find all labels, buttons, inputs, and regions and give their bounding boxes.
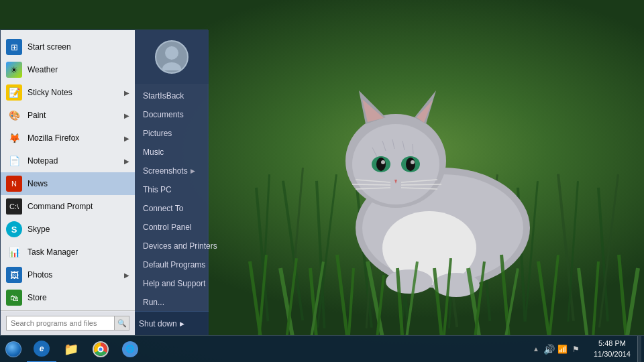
clock-date: 11/30/2014 bbox=[594, 349, 631, 359]
skype-icon: S bbox=[6, 221, 22, 237]
news-icon: N bbox=[6, 176, 22, 192]
search-button[interactable]: 🔍 bbox=[115, 316, 129, 330]
right-menu-startisback[interactable]: StartIsBack bbox=[135, 86, 209, 105]
firefox-icon: 🦊 bbox=[6, 130, 22, 146]
search-input[interactable] bbox=[6, 316, 115, 330]
start-menu-right-panel: StartIsBack Documents Pictures Music Scr… bbox=[135, 30, 209, 312]
start-screen-icon: ⊞ bbox=[6, 39, 22, 55]
svg-line-38 bbox=[352, 184, 390, 185]
help-label: Help and Support bbox=[143, 279, 205, 288]
music-label: Music bbox=[143, 147, 164, 157]
shutdown-arrow: ▶ bbox=[180, 320, 184, 327]
taskbar-app-chrome[interactable] bbox=[86, 336, 115, 363]
right-menu-connect[interactable]: Connect To bbox=[135, 199, 209, 218]
tray-flag-icon[interactable]: ⚑ bbox=[571, 344, 582, 355]
menu-item-firefox[interactable]: 🦊 Mozilla Firefox ▶ bbox=[1, 127, 135, 149]
weather-icon: ☀ bbox=[6, 62, 22, 78]
menu-item-news[interactable]: N News bbox=[1, 172, 135, 195]
svg-point-48 bbox=[386, 269, 433, 294]
photos-arrow: ▶ bbox=[124, 272, 129, 279]
task-manager-icon: 📊 bbox=[6, 244, 22, 260]
notepad-label: Notepad bbox=[28, 156, 121, 166]
shutdown-label: Shut down bbox=[139, 319, 177, 328]
start-menu-search-bar: 🔍 bbox=[1, 310, 135, 335]
clock[interactable]: 5:48 PM 11/30/2014 bbox=[587, 336, 637, 362]
firefox-arrow: ▶ bbox=[124, 135, 129, 142]
startisback-label: StartIsBack bbox=[143, 91, 184, 101]
ie-icon: e bbox=[34, 341, 50, 357]
chrome-icon bbox=[93, 341, 109, 357]
notepad-arrow: ▶ bbox=[124, 158, 129, 165]
right-menu-help[interactable]: Help and Support bbox=[135, 274, 209, 293]
cmd-icon: C:\ bbox=[6, 198, 22, 215]
taskbar-app-ie[interactable]: e bbox=[27, 336, 56, 363]
svg-point-35 bbox=[411, 160, 415, 164]
menu-item-weather[interactable]: ☀ Weather bbox=[1, 58, 135, 81]
documents-label: Documents bbox=[143, 110, 184, 119]
paint-arrow: ▶ bbox=[124, 112, 129, 119]
paint-icon: 🎨 bbox=[6, 107, 22, 123]
right-menu-control-panel[interactable]: Control Panel bbox=[135, 218, 209, 237]
menu-item-task-manager[interactable]: 📊 Task Manager bbox=[1, 241, 135, 263]
cmd-label: Command Prompt bbox=[28, 202, 129, 211]
explorer-icon: 📁 bbox=[63, 341, 79, 357]
right-menu-documents[interactable]: Documents bbox=[135, 105, 209, 124]
right-menu-thispc[interactable]: This PC bbox=[135, 180, 209, 199]
taskbar: e 📁 🌐 ▲ 🔊 📶 ⚑ bbox=[0, 335, 644, 362]
right-menu-default-programs[interactable]: Default Programs bbox=[135, 255, 209, 274]
user-avatar bbox=[155, 40, 189, 74]
clock-time: 5:48 PM bbox=[598, 339, 626, 349]
store-label: Store bbox=[28, 293, 129, 302]
right-menu-pictures[interactable]: Pictures bbox=[135, 124, 209, 143]
start-menu: ⊞ Start screen ☀ Weather 📝 Sticky Notes … bbox=[0, 29, 208, 335]
weather-label: Weather bbox=[28, 65, 129, 74]
menu-item-sticky-notes[interactable]: 📝 Sticky Notes ▶ bbox=[1, 81, 135, 104]
screenshots-label: Screenshots bbox=[143, 166, 188, 176]
news-label: News bbox=[28, 179, 129, 188]
right-menu-music[interactable]: Music bbox=[135, 143, 209, 162]
user-area[interactable] bbox=[135, 30, 209, 84]
right-menu-screenshots[interactable]: Screenshots ▶ bbox=[135, 162, 209, 180]
taskbar-apps: e 📁 🌐 bbox=[27, 336, 145, 362]
menu-item-store[interactable]: 🛍 Store bbox=[1, 286, 135, 309]
notepad-icon: 📄 bbox=[6, 153, 22, 169]
user-avatar-icon bbox=[158, 44, 185, 70]
firefox-label: Mozilla Firefox bbox=[28, 133, 121, 143]
sticky-notes-label: Sticky Notes bbox=[28, 88, 121, 97]
svg-point-74 bbox=[165, 46, 178, 60]
tray-icons: ▲ 🔊 📶 ⚑ bbox=[525, 336, 587, 362]
svg-point-33 bbox=[406, 158, 415, 171]
svg-point-25 bbox=[352, 124, 439, 204]
run-label: Run... bbox=[143, 298, 164, 307]
photos-icon: 🖼 bbox=[6, 267, 22, 283]
menu-item-paint[interactable]: 🎨 Paint ▶ bbox=[1, 104, 135, 127]
svg-point-32 bbox=[376, 158, 386, 171]
start-orb bbox=[5, 341, 21, 357]
menu-item-start-screen[interactable]: ⊞ Start screen bbox=[1, 36, 135, 58]
store-icon: 🛍 bbox=[6, 290, 22, 306]
tray-network-icon[interactable]: 📶 bbox=[557, 344, 568, 355]
menu-item-notepad[interactable]: 📄 Notepad ▶ bbox=[1, 149, 135, 172]
task-manager-label: Task Manager bbox=[28, 247, 129, 257]
tray-expand-icon[interactable]: ▲ bbox=[531, 344, 541, 355]
devices-label: Devices and Printers bbox=[143, 241, 217, 251]
start-menu-bottom: Shut down ▶ bbox=[135, 311, 209, 335]
start-screen-label: Start screen bbox=[28, 42, 129, 52]
svg-point-75 bbox=[162, 62, 181, 70]
tray-volume-icon[interactable]: 🔊 bbox=[544, 344, 555, 355]
right-menu-devices[interactable]: Devices and Printers bbox=[135, 237, 209, 255]
svg-point-34 bbox=[381, 160, 385, 164]
desktop: ⊞ Start screen ☀ Weather 📝 Sticky Notes … bbox=[0, 0, 644, 362]
taskbar-right: ▲ 🔊 📶 ⚑ 5:48 PM 11/30/2014 bbox=[525, 336, 644, 362]
shutdown-button[interactable]: Shut down ▶ bbox=[135, 316, 189, 331]
menu-item-photos[interactable]: 🖼 Photos ▶ bbox=[1, 263, 135, 286]
right-menu-run[interactable]: Run... bbox=[135, 293, 209, 312]
menu-item-cmd[interactable]: C:\ Command Prompt bbox=[1, 195, 135, 218]
menu-item-skype[interactable]: S Skype bbox=[1, 218, 135, 241]
taskbar-app-explorer[interactable]: 📁 bbox=[56, 336, 86, 363]
connect-label: Connect To bbox=[143, 204, 184, 213]
taskbar-app-network[interactable]: 🌐 bbox=[115, 336, 145, 363]
show-desktop-button[interactable] bbox=[637, 336, 641, 363]
start-button[interactable] bbox=[0, 336, 27, 363]
sticky-notes-arrow: ▶ bbox=[124, 89, 129, 97]
